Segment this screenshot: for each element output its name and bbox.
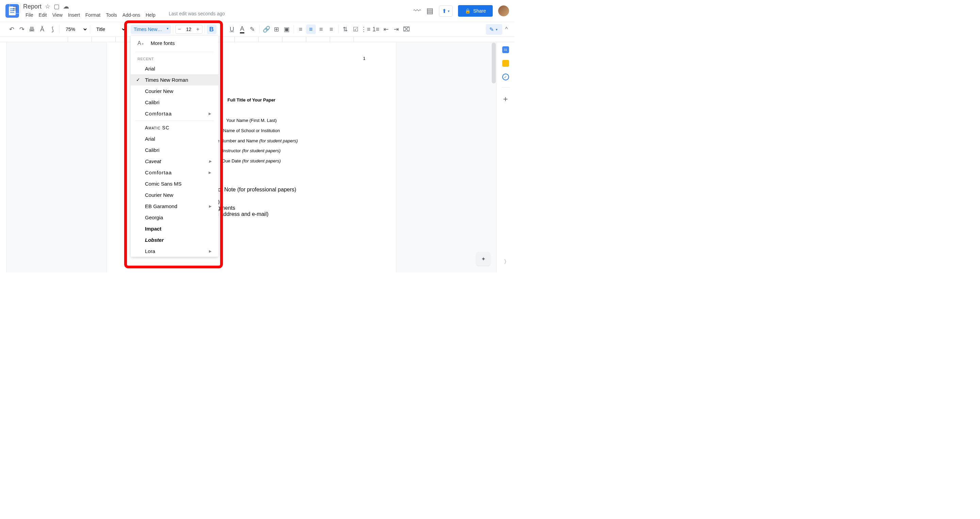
font-item-calibri[interactable]: Calibri bbox=[130, 144, 218, 156]
font-item-calibri[interactable]: Calibri bbox=[130, 97, 218, 108]
tasks-icon[interactable] bbox=[502, 73, 509, 80]
menu-format[interactable]: Format bbox=[83, 11, 103, 19]
chevron-right-icon: ▶ bbox=[209, 160, 212, 163]
more-fonts-icon: A₊ bbox=[137, 40, 144, 46]
align-center-button[interactable]: ≡ bbox=[306, 24, 316, 34]
insert-link-button[interactable]: 🔗 bbox=[262, 24, 271, 34]
menu-help[interactable]: Help bbox=[143, 11, 158, 19]
font-item-arial[interactable]: Arial bbox=[130, 133, 218, 144]
collapse-toolbar-button[interactable]: ^ bbox=[505, 26, 508, 32]
paint-format-button[interactable]: ⟆ bbox=[48, 24, 57, 34]
explore-button[interactable]: ✦ bbox=[476, 252, 490, 266]
comments-icon[interactable]: ▤ bbox=[426, 6, 434, 15]
menu-file[interactable]: File bbox=[23, 11, 36, 19]
font-item-comfortaa[interactable]: Comfortaa▶ bbox=[130, 108, 218, 119]
vertical-ruler[interactable] bbox=[0, 42, 7, 272]
line-spacing-button[interactable]: ⇅ bbox=[340, 24, 350, 34]
font-item-courier-new[interactable]: Courier New bbox=[130, 85, 218, 97]
chevron-right-icon: ▶ bbox=[208, 171, 212, 174]
font-item-comic-sans-ms[interactable]: Comic Sans MS bbox=[130, 178, 218, 189]
chevron-right-icon: ▶ bbox=[208, 112, 212, 115]
menu-edit[interactable]: Edit bbox=[37, 11, 49, 19]
font-select[interactable]: Times New… bbox=[130, 25, 171, 34]
highlight-button[interactable]: ✎ bbox=[248, 24, 257, 34]
increase-indent-button[interactable]: ⇥ bbox=[392, 24, 401, 34]
print-button[interactable]: 🖶 bbox=[27, 24, 37, 34]
paragraph-style-select[interactable]: Title bbox=[92, 25, 126, 34]
font-item-times-new-roman[interactable]: Times New Roman bbox=[130, 74, 218, 85]
present-up-icon: ⬆ bbox=[442, 8, 447, 14]
font-item-lora[interactable]: Lora▶ bbox=[130, 246, 218, 257]
main-scrollbar[interactable] bbox=[492, 43, 496, 247]
font-item-courier-new[interactable]: Courier New bbox=[130, 189, 218, 201]
horizontal-ruler[interactable] bbox=[0, 37, 514, 42]
header: Report ☆ ▢ ☁ File Edit View Insert Forma… bbox=[0, 0, 514, 22]
numbered-list-button[interactable]: 1≡ bbox=[371, 24, 381, 34]
font-size-decrease[interactable]: − bbox=[176, 25, 184, 34]
last-edit-text[interactable]: Last edit was seconds ago bbox=[169, 11, 225, 19]
clear-format-button[interactable]: ⌧ bbox=[402, 24, 411, 34]
account-avatar[interactable] bbox=[498, 5, 509, 16]
font-size-group: − + bbox=[175, 25, 202, 34]
align-justify-button[interactable]: ≡ bbox=[327, 24, 336, 34]
zoom-select[interactable]: 75% bbox=[62, 25, 88, 34]
font-item-georgia[interactable]: Georgia bbox=[130, 212, 218, 223]
calendar-icon[interactable] bbox=[502, 46, 509, 53]
present-button[interactable]: ⬆▾ bbox=[439, 5, 453, 17]
bold-button[interactable]: B bbox=[207, 24, 216, 34]
share-button[interactable]: 🔒Share bbox=[458, 5, 493, 17]
menu-view[interactable]: View bbox=[50, 11, 65, 19]
insert-comment-button[interactable]: ⊞ bbox=[272, 24, 282, 34]
side-panel: + bbox=[496, 42, 514, 272]
menu-addons[interactable]: Add-ons bbox=[120, 11, 143, 19]
lock-icon: 🔒 bbox=[465, 8, 471, 14]
undo-button[interactable]: ↶ bbox=[7, 24, 16, 34]
sidepanel-collapse-button[interactable]: 〉 bbox=[504, 259, 509, 266]
bullet-list-button[interactable]: ⋮≡ bbox=[361, 24, 371, 34]
decrease-indent-button[interactable]: ⇤ bbox=[382, 24, 391, 34]
menu-bar: File Edit View Insert Format Tools Add-o… bbox=[23, 11, 414, 19]
italic-button[interactable]: I bbox=[217, 24, 227, 34]
menu-tools[interactable]: Tools bbox=[103, 11, 119, 19]
star-icon[interactable]: ☆ bbox=[45, 3, 50, 10]
keep-icon[interactable] bbox=[502, 60, 509, 67]
activity-icon[interactable]: 〰 bbox=[414, 6, 421, 15]
font-item-comfortaa[interactable]: Comfortaa▶ bbox=[130, 167, 218, 178]
toolbar: ↶ ↷ 🖶 Ă ⟆ 75% Title Times New… − + B I U… bbox=[0, 22, 514, 37]
page-number: 1 bbox=[363, 56, 366, 61]
font-item-lobster[interactable]: Lobster bbox=[130, 234, 218, 246]
font-item-eb-garamond[interactable]: EB Garamond▶ bbox=[130, 201, 218, 212]
align-left-button[interactable]: ≡ bbox=[296, 24, 305, 34]
insert-image-button[interactable]: ▣ bbox=[282, 24, 292, 34]
cloud-status-icon[interactable]: ☁ bbox=[63, 3, 69, 10]
outline-toggle-button[interactable]: ☰ bbox=[10, 3, 21, 14]
font-item-arial[interactable]: Arial bbox=[130, 63, 218, 74]
spellcheck-button[interactable]: Ă bbox=[37, 24, 47, 34]
font-size-increase[interactable]: + bbox=[194, 25, 202, 34]
editing-mode-button[interactable]: ✎▾ bbox=[486, 24, 502, 35]
more-fonts-item[interactable]: A₊ More fonts bbox=[130, 36, 218, 50]
font-size-input[interactable] bbox=[184, 27, 194, 32]
redo-button[interactable]: ↷ bbox=[17, 24, 27, 34]
recent-fonts-label: RECENT bbox=[130, 53, 218, 63]
document-canvas[interactable]: Title (for professional papers) 1 Full T… bbox=[7, 42, 496, 272]
chevron-right-icon: ▶ bbox=[209, 204, 212, 208]
underline-button[interactable]: U bbox=[227, 24, 237, 34]
document-title[interactable]: Report bbox=[23, 3, 41, 10]
menu-insert[interactable]: Insert bbox=[66, 11, 82, 19]
align-right-button[interactable]: ≡ bbox=[317, 24, 326, 34]
chevron-right-icon: ▶ bbox=[209, 249, 212, 253]
checklist-button[interactable]: ☑ bbox=[351, 24, 360, 34]
text-color-button[interactable]: A bbox=[237, 24, 247, 34]
font-item-impact[interactable]: Impact bbox=[130, 223, 218, 234]
font-item-amatic-sc[interactable]: Amatic SC bbox=[130, 122, 218, 133]
font-dropdown: A₊ More fonts RECENT ArialTimes New Roma… bbox=[130, 36, 218, 257]
pencil-icon: ✎ bbox=[489, 26, 494, 33]
move-folder-icon[interactable]: ▢ bbox=[54, 3, 60, 10]
font-item-caveat[interactable]: Caveat▶ bbox=[130, 156, 218, 167]
add-addon-button[interactable]: + bbox=[503, 94, 508, 104]
